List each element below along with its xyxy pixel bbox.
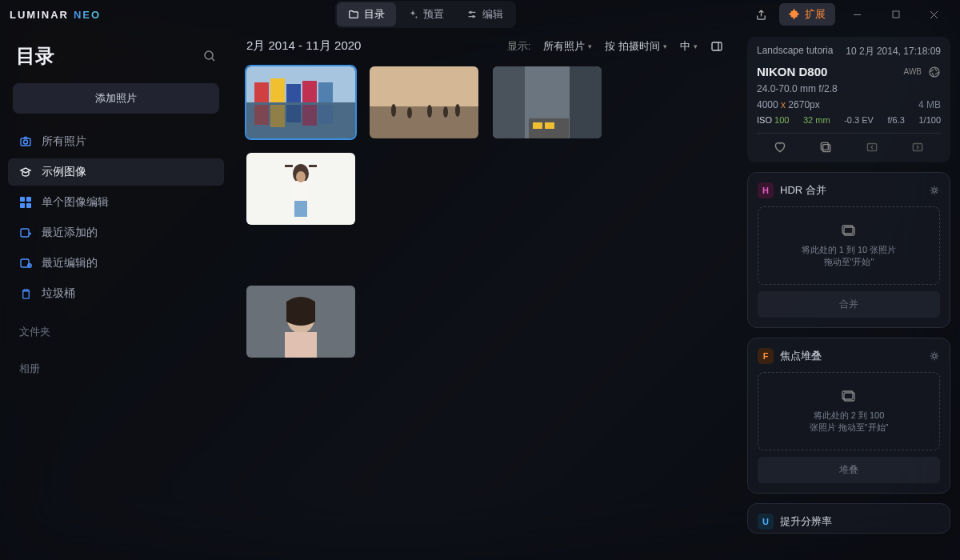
upscale-badge-icon: U bbox=[758, 514, 774, 530]
thumbnail[interactable] bbox=[246, 286, 355, 358]
extensions-button[interactable]: 扩展 bbox=[779, 3, 835, 26]
show-dropdown[interactable]: 所有照片▾ bbox=[543, 39, 592, 54]
gear-icon[interactable] bbox=[929, 350, 940, 362]
add-photos-button[interactable]: 添加照片 bbox=[13, 83, 219, 114]
folders-section[interactable]: 文件夹 bbox=[8, 310, 224, 344]
svg-rect-44 bbox=[309, 165, 317, 167]
svg-point-51 bbox=[930, 67, 939, 77]
focus-badge-icon: F bbox=[758, 348, 774, 364]
svg-point-49 bbox=[304, 314, 307, 318]
main-area: 2月 2014 - 11月 2020 显示: 所有照片▾ 按 拍摄时间▾ 中▾ bbox=[232, 29, 738, 560]
show-label: 显示: bbox=[507, 39, 531, 54]
nav-recently-added[interactable]: 最近添加的 bbox=[8, 219, 224, 246]
tab-edit[interactable]: 编辑 bbox=[455, 2, 514, 26]
gear-icon[interactable] bbox=[929, 185, 940, 196]
svg-rect-16 bbox=[254, 82, 269, 102]
nav-sample-images[interactable]: 示例图像 bbox=[8, 158, 224, 186]
focal-length: 32 mm bbox=[803, 115, 830, 125]
maximize-button[interactable] bbox=[880, 3, 912, 26]
size-dropdown[interactable]: 中▾ bbox=[680, 39, 698, 54]
date-range: 2月 2014 - 11月 2020 bbox=[246, 38, 361, 54]
panel-icon bbox=[710, 40, 723, 53]
thumbnail[interactable] bbox=[246, 153, 355, 225]
svg-rect-8 bbox=[20, 203, 25, 208]
prev-button[interactable] bbox=[865, 140, 879, 154]
close-button[interactable] bbox=[918, 3, 950, 26]
svg-rect-42 bbox=[294, 201, 307, 217]
aperture-value: f/6.3 bbox=[887, 115, 904, 125]
share-button[interactable] bbox=[750, 3, 773, 26]
svg-point-28 bbox=[391, 104, 396, 117]
svg-rect-43 bbox=[285, 165, 293, 167]
svg-rect-54 bbox=[867, 144, 876, 151]
panel-title: 提升分辨率 bbox=[780, 514, 940, 529]
favorite-button[interactable] bbox=[773, 140, 787, 154]
sidebar: 目录 添加照片 所有照片 示例图像 单个图像编辑 bbox=[0, 29, 232, 560]
svg-rect-38 bbox=[545, 122, 554, 129]
svg-rect-23 bbox=[286, 105, 301, 122]
add-photos-label: 添加照片 bbox=[95, 92, 137, 104]
white-balance: AWB bbox=[904, 67, 922, 76]
svg-rect-17 bbox=[270, 78, 285, 102]
focus-stack-button[interactable]: 堆叠 bbox=[758, 457, 940, 483]
hdr-drop-zone[interactable]: 将此处的 1 到 10 张照片 拖动至"开始" bbox=[758, 206, 940, 285]
sparkle-icon bbox=[407, 9, 418, 20]
svg-point-1 bbox=[473, 16, 474, 18]
extensions-label: 扩展 bbox=[805, 7, 826, 22]
svg-rect-2 bbox=[893, 11, 899, 18]
minimize-button[interactable] bbox=[842, 3, 874, 26]
nav-label: 单个图像编辑 bbox=[42, 195, 109, 210]
mode-tabs: 目录 预置 编辑 bbox=[335, 1, 516, 28]
images-icon bbox=[841, 389, 857, 403]
info-datetime: 10 2月 2014, 17:18:09 bbox=[846, 45, 941, 58]
recent-edit-icon bbox=[19, 257, 32, 270]
chevron-down-icon: ▾ bbox=[694, 42, 698, 50]
svg-rect-26 bbox=[370, 66, 478, 106]
svg-rect-55 bbox=[914, 144, 922, 151]
drop-text-2: 张照片 拖动至"开始" bbox=[765, 422, 933, 434]
folder-icon bbox=[348, 9, 359, 20]
tab-catalog[interactable]: 目录 bbox=[337, 2, 396, 26]
app-logo: LUMINAR NEO bbox=[10, 9, 101, 21]
search-button[interactable] bbox=[203, 50, 216, 62]
panel-toggle-button[interactable] bbox=[710, 40, 723, 53]
minimize-icon bbox=[853, 10, 862, 19]
svg-rect-27 bbox=[370, 106, 478, 138]
nav-all-photos[interactable]: 所有照片 bbox=[8, 128, 224, 155]
svg-point-5 bbox=[24, 140, 28, 144]
recent-add-icon bbox=[19, 226, 32, 239]
copy-button[interactable] bbox=[818, 140, 833, 154]
thumbnail[interactable] bbox=[246, 66, 355, 138]
next-button[interactable] bbox=[910, 140, 925, 154]
exposure-value: -0.3 EV bbox=[844, 115, 874, 125]
focus-drop-zone[interactable]: 将此处的 2 到 100 张照片 拖动至"开始" bbox=[758, 372, 940, 450]
trash-icon bbox=[19, 287, 32, 300]
svg-point-30 bbox=[427, 105, 432, 118]
svg-rect-37 bbox=[533, 122, 542, 129]
tab-label: 编辑 bbox=[482, 7, 503, 22]
sort-dropdown[interactable]: 按 拍摄时间▾ bbox=[605, 39, 667, 54]
sidebar-title: 目录 bbox=[16, 43, 54, 69]
tab-presets[interactable]: 预置 bbox=[396, 2, 455, 26]
thumbnail[interactable] bbox=[493, 66, 602, 138]
thumbnail[interactable] bbox=[370, 66, 478, 138]
svg-rect-9 bbox=[26, 203, 31, 208]
nav-trash[interactable]: 垃圾桶 bbox=[8, 280, 224, 307]
nav-recently-edited[interactable]: 最近编辑的 bbox=[8, 250, 224, 277]
drop-text-1: 将此处的 2 到 100 bbox=[765, 410, 933, 422]
nav-single-edit[interactable]: 单个图像编辑 bbox=[8, 189, 224, 216]
svg-rect-20 bbox=[318, 82, 333, 102]
thumbnail-grid bbox=[246, 66, 723, 358]
svg-rect-35 bbox=[570, 66, 602, 138]
sliders-icon bbox=[466, 9, 478, 20]
panel-title: 焦点堆叠 bbox=[780, 349, 922, 363]
info-card: Landscape tutoria 10 2月 2014, 17:18:09 N… bbox=[747, 37, 950, 162]
logo-text-1: LUMINAR bbox=[10, 9, 69, 21]
upscale-panel: U 提升分辨率 bbox=[747, 503, 950, 534]
svg-rect-10 bbox=[21, 229, 29, 237]
svg-point-45 bbox=[296, 171, 306, 182]
hdr-merge-button[interactable]: 合并 bbox=[758, 291, 940, 318]
camera-model: NIKON D800 bbox=[757, 65, 827, 78]
albums-section[interactable]: 相册 bbox=[8, 347, 224, 381]
chevron-down-icon: ▾ bbox=[663, 42, 667, 50]
